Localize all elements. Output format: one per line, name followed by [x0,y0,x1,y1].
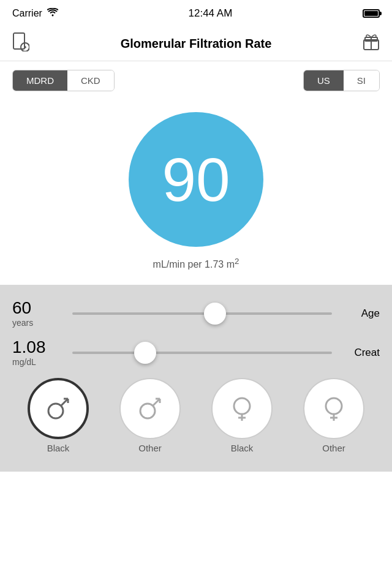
svg-point-7 [48,404,63,418]
creat-unit: mg/dL [12,357,67,367]
creat-slider-thumb[interactable] [134,342,156,364]
creat-slider-row: 1.08 mg/dL Creat [12,339,380,367]
female-black-circle[interactable] [211,378,273,439]
age-slider-row: 60 years Age [12,300,380,328]
female-black-button[interactable]: Black [211,378,273,453]
gift-icon[interactable] [363,32,380,55]
svg-line-8 [61,399,68,405]
controls-area: 60 years Age 1.08 mg/dL Creat [0,285,392,472]
formula-selector[interactable]: MDRD CKD [12,70,115,91]
units-si-button[interactable]: SI [344,70,379,91]
age-label-left: 60 years [12,300,67,328]
status-left: Carrier [12,8,58,19]
svg-point-11 [140,404,155,418]
result-value: 90 [162,149,230,210]
age-slider-track[interactable] [72,312,332,315]
creat-slider-wrap[interactable] [67,341,337,365]
creat-label-left: 1.08 mg/dL [12,339,67,367]
svg-point-15 [234,398,250,414]
units-us-button[interactable]: US [304,70,344,91]
battery-icon [363,9,380,18]
male-other-label: Other [138,443,162,453]
gender-race-row: Black Other Black [12,378,380,453]
status-time: 12:44 AM [189,7,233,20]
age-slider-thumb[interactable] [204,303,226,325]
units-selector[interactable]: US SI [303,70,380,91]
svg-point-18 [326,398,342,414]
status-right [363,9,380,18]
formula-mdrd-button[interactable]: MDRD [13,70,67,91]
status-bar: Carrier 12:44 AM [0,0,392,27]
page-title: Glomerular Filtration Rate [121,37,272,51]
male-other-circle[interactable] [119,378,181,439]
file-icon[interactable] [12,32,29,56]
result-circle: 90 [129,112,263,247]
toolbar: MDRD CKD US SI [0,61,392,100]
age-label-right: Age [337,307,380,320]
female-black-label: Black [231,443,254,453]
svg-rect-0 [13,33,24,49]
formula-ckd-button[interactable]: CKD [67,70,114,91]
female-other-button[interactable]: Other [303,378,364,453]
result-area: 90 mL/min per 1.73 m2 [0,100,392,285]
wifi-icon [47,8,58,19]
age-slider-wrap[interactable] [67,301,337,326]
female-other-label: Other [322,443,345,453]
result-unit: mL/min per 1.73 m2 [153,257,239,270]
creat-label-right: Creat [337,347,380,359]
nav-bar: Glomerular Filtration Rate [0,27,392,61]
female-other-circle[interactable] [303,378,364,439]
creat-value: 1.08 [12,339,67,356]
svg-line-12 [153,399,160,405]
age-unit: years [12,318,67,328]
male-black-button[interactable]: Black [28,378,89,453]
male-black-label: Black [47,443,70,453]
male-other-button[interactable]: Other [119,378,181,453]
male-black-circle[interactable] [28,378,89,439]
carrier-label: Carrier [12,8,42,19]
creat-slider-track[interactable] [72,352,332,354]
age-value: 60 [12,300,67,317]
